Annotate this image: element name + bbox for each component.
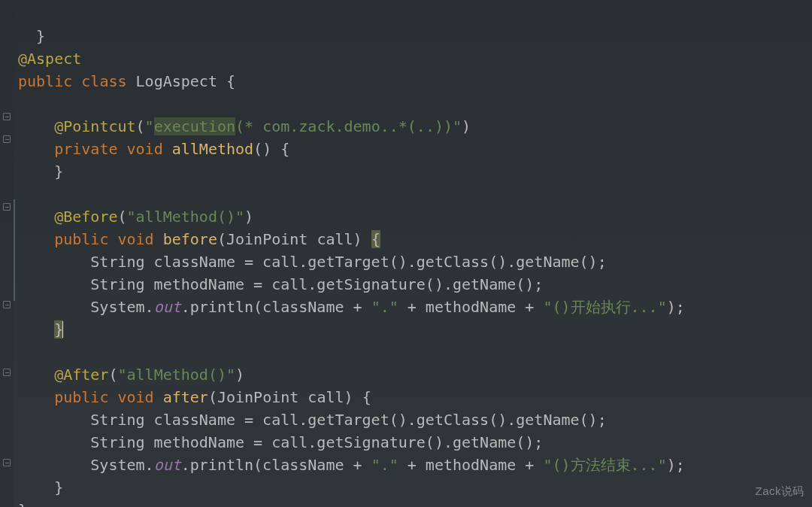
- fold-marker-icon[interactable]: [3, 369, 11, 376]
- fold-marker-icon[interactable]: [3, 135, 11, 143]
- code-line: @Pointcut("execution(* com.zack.demo..*(…: [18, 117, 471, 135]
- code-line: String methodName = call.getSignature().…: [18, 275, 543, 293]
- code-line: String className = call.getTarget().getC…: [18, 411, 607, 429]
- code-line: @Aspect: [18, 50, 81, 68]
- code-line: private void allMethod() {: [18, 140, 289, 158]
- code-line: String methodName = call.getSignature().…: [18, 433, 543, 451]
- code-line: }: [18, 27, 45, 45]
- implementation-hint-bar: [14, 199, 15, 301]
- code-line: System.out.println(className + "." + met…: [18, 298, 685, 316]
- code-line: System.out.println(className + "." + met…: [18, 456, 685, 474]
- fold-marker-icon[interactable]: [3, 203, 11, 211]
- code-line: public void before(JoinPoint call) {: [18, 230, 380, 248]
- code-line: }: [18, 162, 63, 181]
- code-line: public class LogAspect {: [18, 72, 235, 90]
- watermark: Zack说码: [755, 480, 804, 502]
- code-line: public void after(JoinPoint call) {: [18, 388, 371, 406]
- code-line: }: [18, 478, 63, 496]
- fold-marker-icon[interactable]: [3, 459, 11, 466]
- code-line: @After("allMethod()"): [18, 366, 244, 384]
- code-line: }: [18, 501, 27, 507]
- code-line: String className = call.getTarget().getC…: [18, 253, 607, 271]
- code-line: @Before("allMethod()"): [18, 208, 253, 226]
- fold-marker-icon[interactable]: [3, 301, 11, 308]
- code-line: }: [18, 320, 63, 339]
- code-editor[interactable]: } @Aspect public class LogAspect { @Poin…: [18, 2, 812, 507]
- gutter: [0, 0, 14, 507]
- fold-marker-icon[interactable]: [3, 113, 11, 120]
- text-caret: [62, 321, 63, 338]
